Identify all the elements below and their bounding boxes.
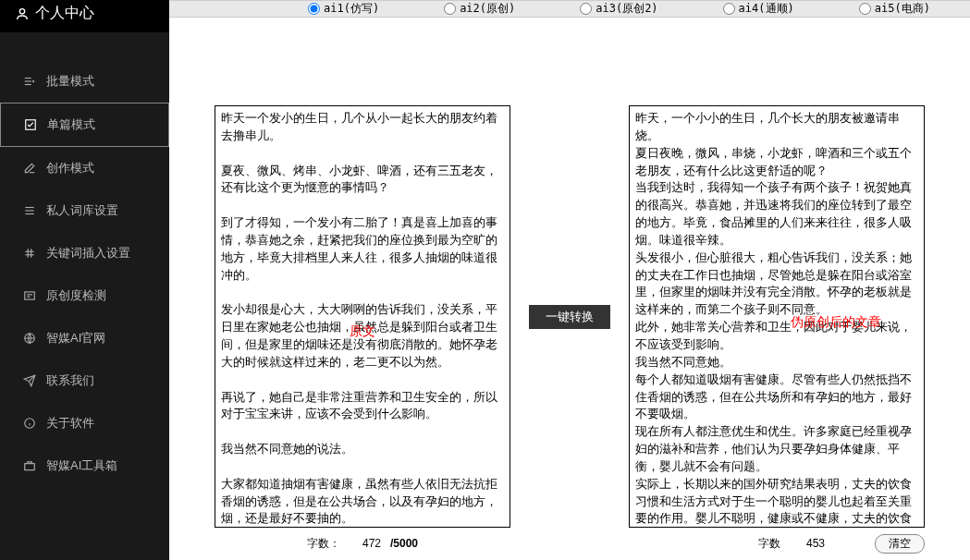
mode-radio-input-3[interactable] xyxy=(723,3,735,15)
dict-icon xyxy=(22,204,37,217)
source-textarea[interactable] xyxy=(215,106,510,527)
user-icon xyxy=(15,6,30,21)
mode-radio-3[interactable]: ai4(通顺) xyxy=(723,1,794,17)
result-panel: 昨天，一个小小的生日，几个长大的朋友被邀请串烧。夏日夜晚，微风，串烧，小龙虾，啤… xyxy=(629,105,925,528)
sidebar-item-dict[interactable]: 私人词库设置 xyxy=(0,189,169,232)
source-count-value: 472 xyxy=(362,537,381,550)
contact-icon xyxy=(22,374,37,387)
toolbox-icon xyxy=(22,459,37,472)
result-content[interactable]: 昨天，一个小小的生日，几个长大的朋友被邀请串烧。夏日夜晚，微风，串烧，小龙虾，啤… xyxy=(630,106,924,527)
mode-radio-label: ai4(通顺) xyxy=(739,1,794,17)
batch-icon xyxy=(22,75,37,88)
clear-button[interactable]: 清空 xyxy=(875,534,925,554)
sidebar-item-batch[interactable]: 批量模式 xyxy=(0,60,169,103)
mode-radio-input-4[interactable] xyxy=(859,3,871,15)
create-icon xyxy=(22,162,37,175)
sidebar-item-label: 智媒AI官网 xyxy=(46,330,105,347)
globe-icon xyxy=(22,332,37,345)
header-title: 个人中心 xyxy=(35,4,94,23)
sidebar-item-label: 私人词库设置 xyxy=(46,202,118,219)
mode-radio-input-2[interactable] xyxy=(580,3,592,15)
main-area: ai1(仿写)ai2(原创)ai3(原创2)ai4(通顺)ai5(电商) 原文 … xyxy=(169,0,970,560)
sidebar-item-contact[interactable]: 联系我们 xyxy=(0,359,169,402)
mode-radio-label: ai5(电商) xyxy=(875,1,930,17)
svg-rect-14 xyxy=(25,292,35,299)
about-icon xyxy=(22,417,37,430)
mode-radio-label: ai2(原创) xyxy=(460,1,515,17)
sidebar-item-label: 创作模式 xyxy=(46,160,94,177)
sidebar-item-label: 智媒AI工具箱 xyxy=(46,457,117,474)
mode-radio-label: ai1(仿写) xyxy=(324,1,379,17)
sidebar-item-label: 单篇模式 xyxy=(47,116,95,133)
mode-radio-input-0[interactable] xyxy=(308,3,320,15)
source-panel: 原文 xyxy=(215,105,510,528)
svg-point-0 xyxy=(19,8,24,13)
sidebar: 个人中心 批量模式单篇模式创作模式私人词库设置关键词插入设置原创度检测智媒AI官… xyxy=(0,0,169,560)
sidebar-item-create[interactable]: 创作模式 xyxy=(0,147,169,189)
svg-rect-21 xyxy=(25,464,35,470)
keyword-icon xyxy=(22,247,37,260)
mode-radio-label: ai3(原创2) xyxy=(596,1,657,17)
mode-radio-0[interactable]: ai1(仿写) xyxy=(308,1,379,17)
sidebar-item-keyword[interactable]: 关键词插入设置 xyxy=(0,232,169,274)
result-count-value: 453 xyxy=(806,537,825,550)
sidebar-item-label: 关于软件 xyxy=(46,415,94,432)
sidebar-item-single[interactable]: 单篇模式 xyxy=(0,103,169,147)
sidebar-item-globe[interactable]: 智媒AI官网 xyxy=(0,317,169,359)
convert-button[interactable]: 一键转换 xyxy=(529,305,610,329)
mode-radio-4[interactable]: ai5(电商) xyxy=(859,1,930,17)
mode-radio-input-1[interactable] xyxy=(444,3,456,15)
sidebar-item-label: 原创度检测 xyxy=(46,287,106,304)
sidebar-item-label: 关键词插入设置 xyxy=(46,245,130,262)
mode-radio-bar: ai1(仿写)ai2(原创)ai3(原创2)ai4(通顺)ai5(电商) xyxy=(169,0,970,18)
sidebar-item-toolbox[interactable]: 智媒AI工具箱 xyxy=(0,444,169,487)
mode-radio-1[interactable]: ai2(原创) xyxy=(444,1,515,17)
source-count-label: 字数： xyxy=(307,536,340,552)
check-icon xyxy=(22,289,37,302)
source-count-max: /5000 xyxy=(390,537,418,550)
source-footer: 字数： 472 /5000 xyxy=(215,533,510,554)
sidebar-item-label: 联系我们 xyxy=(46,372,94,389)
single-icon xyxy=(23,118,38,131)
mode-radio-2[interactable]: ai3(原创2) xyxy=(580,1,657,17)
sidebar-header: 个人中心 xyxy=(0,0,169,32)
result-footer: 字数 453 清空 xyxy=(629,533,925,554)
center-column: 一键转换 xyxy=(529,105,610,528)
workspace: 原文 字数： 472 /5000 一键转换 昨天，一个小小的生日，几个长大的朋友… xyxy=(169,18,970,560)
sidebar-item-label: 批量模式 xyxy=(46,73,94,90)
sidebar-item-about[interactable]: 关于软件 xyxy=(0,402,169,444)
result-count-label: 字数 xyxy=(758,536,780,552)
sidebar-item-check[interactable]: 原创度检测 xyxy=(0,274,169,317)
